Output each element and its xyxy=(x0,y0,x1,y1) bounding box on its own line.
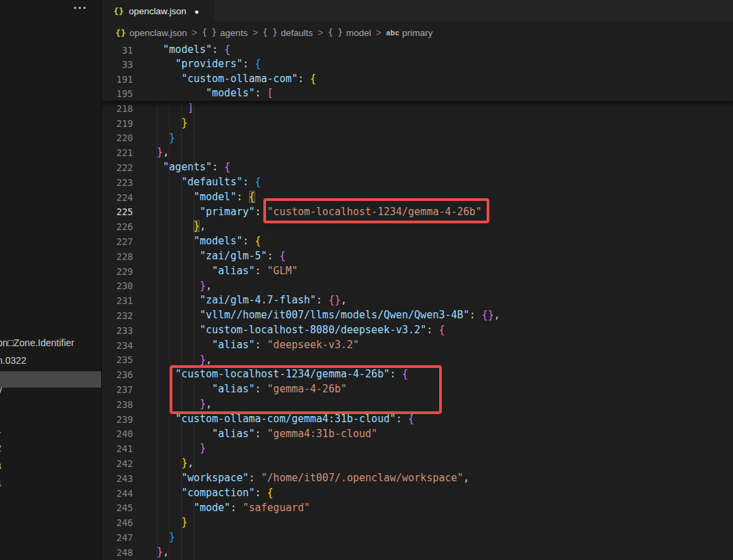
line-number: 241 xyxy=(102,443,133,454)
code-text: }, xyxy=(133,279,212,294)
code-text: "custom-ollama-com": { xyxy=(133,72,316,87)
code-line[interactable]: 243 "workspace": "/home/it007/.openclaw/… xyxy=(102,471,733,486)
line-number: 225 xyxy=(102,206,133,217)
line-number: 221 xyxy=(102,147,133,158)
code-text: "zai/glm-4.7-flash": {}, xyxy=(133,293,347,308)
breadcrumb-item-primary[interactable]: abcprimary xyxy=(386,28,433,38)
code-line[interactable]: 227 "models": { xyxy=(102,234,733,249)
code-text: "custom-ollama-com/gemma4:31b-cloud": { xyxy=(133,412,414,427)
line-number: 242 xyxy=(102,458,133,469)
code-line[interactable]: 247 } xyxy=(102,530,733,545)
line-number: 231 xyxy=(102,295,133,306)
code-line[interactable]: 219 } xyxy=(102,116,733,131)
code-text: }, xyxy=(133,456,193,471)
breadcrumb-separator-icon: > xyxy=(376,27,381,38)
code-line[interactable]: 220 } xyxy=(102,131,733,146)
background-selected-row[interactable] xyxy=(0,371,102,388)
line-number: 227 xyxy=(102,236,133,247)
code-line[interactable]: 246 } xyxy=(102,515,733,530)
code-text: "alias": "GLM" xyxy=(133,264,298,279)
code-line[interactable]: 221 }, xyxy=(102,145,733,160)
breadcrumb-separator-icon: > xyxy=(318,27,323,38)
tab-bar: {} openclaw.json ● xyxy=(102,0,733,22)
highlight-primary-model-value xyxy=(263,198,489,223)
line-number: 240 xyxy=(102,428,133,439)
line-number: 247 xyxy=(102,532,133,543)
code-line[interactable]: 231 "zai/glm-4.7-flash": {}, xyxy=(102,293,733,308)
code-text: } xyxy=(133,530,175,545)
code-line[interactable]: 233 "custom-localhost-8080/deepseek-v3.2… xyxy=(102,323,733,338)
code-line[interactable]: 239 "custom-ollama-com/gemma4:31b-cloud"… xyxy=(102,412,733,427)
code-line[interactable]: 195 "models": [ xyxy=(102,87,733,102)
code-line[interactable]: 248 }, xyxy=(102,545,733,560)
line-number: 224 xyxy=(102,192,133,203)
code-line[interactable]: 244 "compaction": { xyxy=(102,486,733,501)
code-text: }, xyxy=(133,145,169,160)
code-line[interactable]: 222 "agents": { xyxy=(102,160,733,175)
code-area: 218 ]219 }220 }221 },222 "agents": {223 … xyxy=(102,101,733,560)
code-text: "model": { xyxy=(133,190,255,205)
code-text: "models": [ xyxy=(133,86,274,101)
code-line[interactable]: 228 "zai/glm-5": { xyxy=(102,249,733,264)
string-symbol-icon: abc xyxy=(386,29,400,37)
code-line[interactable]: 241 } xyxy=(102,441,733,456)
line-number: 218 xyxy=(102,103,133,114)
json-file-icon: {} xyxy=(113,6,124,16)
background-partial-text: y xyxy=(0,384,2,395)
breadcrumb-label: agents xyxy=(220,28,248,38)
breadcrumb-item-openclaw-json[interactable]: {}openclaw.json xyxy=(115,28,187,38)
code-line[interactable]: 191 "custom-ollama-com": { xyxy=(102,72,733,87)
code-text: }, xyxy=(133,219,206,234)
tab-label: openclaw.json xyxy=(129,6,187,16)
code-text: "models": { xyxy=(133,234,261,249)
background-file-name[interactable]: n.0322 xyxy=(0,355,26,366)
line-number: 246 xyxy=(102,517,133,528)
unsaved-changes-dot-icon[interactable]: ● xyxy=(194,7,199,16)
code-text: "compaction": { xyxy=(133,486,274,501)
line-number: 235 xyxy=(102,354,133,365)
object-symbol-icon: { } xyxy=(263,28,278,37)
breadcrumb-item-agents[interactable]: { }agents xyxy=(202,28,248,38)
breadcrumb-item-defaults[interactable]: { }defaults xyxy=(263,28,313,38)
tab-openclaw-json[interactable]: {} openclaw.json ● xyxy=(102,0,214,22)
code-line[interactable]: 33 "providers": { xyxy=(102,58,733,73)
code-line[interactable]: 31 "models": { xyxy=(102,43,733,58)
line-number: 232 xyxy=(102,310,133,321)
editor-pane: {} openclaw.json ● {}openclaw.json>{ }ag… xyxy=(102,0,733,560)
breadcrumb-label: primary xyxy=(402,28,433,38)
line-number: 243 xyxy=(102,473,133,484)
breadcrumb-label: model xyxy=(346,28,371,38)
code-text: "zai/glm-5": { xyxy=(133,249,286,264)
line-number: 222 xyxy=(102,162,133,173)
code-text: }, xyxy=(133,545,169,560)
code-line[interactable]: 245 "mode": "safeguard" xyxy=(102,501,733,516)
background-file-name[interactable]: on□Zone.Identifier xyxy=(0,337,75,348)
code-line[interactable]: 229 "alias": "GLM" xyxy=(102,264,733,279)
line-number: 223 xyxy=(102,177,133,188)
code-text: } xyxy=(133,131,175,146)
code-text: "defaults": { xyxy=(133,175,261,190)
line-number: 248 xyxy=(102,547,133,558)
code-text: "alias": "gemma4:31b-cloud" xyxy=(133,427,377,442)
breadcrumb-item-model[interactable]: { }model xyxy=(328,28,371,38)
code-line[interactable]: 242 }, xyxy=(102,456,733,471)
breadcrumb-separator-icon: > xyxy=(252,27,258,38)
code-text: ] xyxy=(133,101,193,116)
screenshot-root: { "colors": { "annotation_red": "#ea4a47… xyxy=(0,0,733,560)
overflow-menu-icon[interactable]: ··· xyxy=(73,1,88,16)
code-line[interactable]: 232 "vllm//home/it007/llms/models/Qwen/Q… xyxy=(102,308,733,323)
code-line[interactable]: 230 }, xyxy=(102,279,733,294)
code-line[interactable]: 218 ] xyxy=(102,101,733,116)
line-number: 226 xyxy=(102,221,133,232)
background-list-number: 3 xyxy=(0,461,1,472)
line-number: 237 xyxy=(102,384,133,395)
line-number: 228 xyxy=(102,251,133,262)
line-number: 245 xyxy=(102,502,133,513)
breadcrumb-label: defaults xyxy=(281,28,313,38)
code-line[interactable]: 234 "alias": "deepseek-v3.2" xyxy=(102,338,733,353)
code-text: } xyxy=(133,116,187,131)
code-text: } xyxy=(133,441,206,456)
code-text: "alias": "deepseek-v3.2" xyxy=(133,338,359,353)
code-line[interactable]: 223 "defaults": { xyxy=(102,175,733,190)
code-line[interactable]: 240 "alias": "gemma4:31b-cloud" xyxy=(102,427,733,442)
